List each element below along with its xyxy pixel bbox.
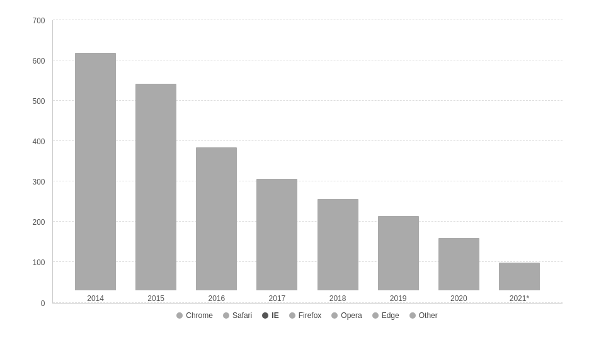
- bar-group: 2014: [66, 53, 126, 302]
- bar: [499, 263, 540, 290]
- legend-item: Safari: [223, 311, 252, 320]
- bar-year-label: 2015: [147, 294, 164, 303]
- bar-group: 2019: [368, 216, 428, 303]
- y-axis-label: 300: [20, 178, 45, 186]
- legend-label: Safari: [232, 311, 252, 320]
- legend-dot: [262, 312, 268, 319]
- y-axis-label: 0: [20, 300, 45, 307]
- bar-group: 2018: [307, 199, 368, 303]
- bar: [196, 147, 237, 290]
- legend-label: Firefox: [299, 311, 322, 320]
- legend: ChromeSafariIEFirefoxOperaEdgeOther: [52, 311, 563, 320]
- y-axis-label: 700: [20, 17, 45, 25]
- legend-label: Edge: [382, 311, 399, 320]
- bar-group: 2017: [247, 179, 307, 303]
- legend-item: Firefox: [289, 311, 322, 320]
- bar-year-label: 2017: [269, 294, 286, 303]
- legend-label: Other: [419, 311, 438, 320]
- y-axis-label: 100: [20, 259, 45, 266]
- y-axis-label: 600: [20, 57, 45, 65]
- legend-item: Edge: [372, 311, 399, 320]
- legend-dot: [372, 312, 379, 319]
- bar-year-label: 2019: [390, 294, 407, 303]
- bar-year-label: 2014: [87, 294, 104, 303]
- bar-group: 2015: [126, 84, 186, 303]
- y-axis-label: 200: [20, 219, 45, 226]
- bar-year-label: 2016: [208, 294, 225, 303]
- legend-dot: [409, 312, 416, 319]
- legend-dot: [289, 312, 295, 319]
- legend-dot: [331, 312, 338, 319]
- legend-item: IE: [262, 311, 278, 320]
- legend-item: Other: [409, 311, 438, 320]
- legend-dot: [223, 312, 229, 319]
- legend-label: Opera: [341, 311, 362, 320]
- y-axis-label: 400: [20, 138, 45, 145]
- y-axis-label: 500: [20, 98, 45, 105]
- chart-container: 20142015201620172018201920202021* 010020…: [8, 8, 581, 357]
- bar: [135, 84, 176, 290]
- legend-label: Chrome: [186, 311, 213, 320]
- legend-item: Opera: [331, 311, 362, 320]
- y-axis-title-wrapper: [8, 8, 21, 291]
- legend-dot: [176, 312, 183, 319]
- bar: [438, 238, 479, 290]
- bar-group: 2016: [186, 147, 247, 302]
- bar-year-label: 2018: [329, 294, 346, 303]
- bar: [317, 199, 358, 290]
- bars-wrapper: 20142015201620172018201920202021*: [53, 20, 563, 303]
- bar: [256, 179, 297, 290]
- legend-item: Chrome: [176, 311, 213, 320]
- legend-label: IE: [272, 311, 278, 320]
- bar-group: 2021*: [489, 263, 549, 303]
- bar-year-label: 2021*: [510, 294, 529, 303]
- chart-area: 20142015201620172018201920202021* 010020…: [52, 20, 563, 304]
- bar: [378, 216, 419, 290]
- bar-year-label: 2020: [450, 294, 467, 303]
- bar-group: 2020: [428, 238, 489, 302]
- bar: [75, 53, 116, 290]
